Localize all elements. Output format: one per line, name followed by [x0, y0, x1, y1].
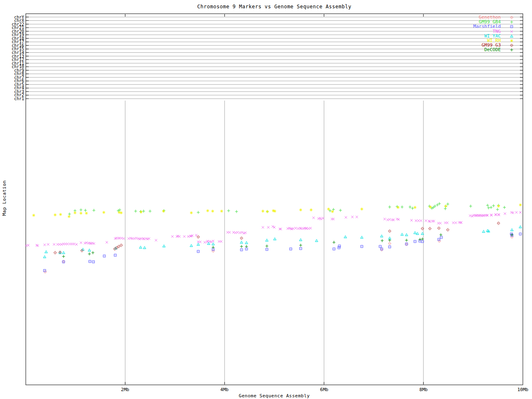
x-tick-label: 6Mb: [315, 387, 333, 392]
legend-item-marshfield: Marshfield: [430, 24, 520, 29]
legend-item-decode: DeCODE: [430, 47, 520, 52]
x-tick-label: 2Mb: [116, 387, 134, 392]
legend-cross-icon: [510, 30, 513, 33]
chart-canvas: Chromosome 9 Markers vs Genome Sequence …: [0, 0, 532, 399]
legend-item-wi-rh: WI RH: [430, 38, 520, 43]
legend-item-genethon: Genethon: [430, 15, 520, 20]
x-tick-label: 10Mb: [514, 387, 532, 392]
legend-plus-icon: [510, 20, 513, 24]
x-tick-label: 8Mb: [414, 387, 433, 392]
legend-label: DeCODE: [430, 47, 501, 52]
legend-item-tng: TNG: [430, 29, 520, 34]
legend-item-gm99-g3: GM99 G3: [430, 43, 520, 48]
legend-square-icon: [510, 25, 513, 28]
legend-star-icon: [510, 39, 513, 42]
legend-diamond-icon: [510, 44, 513, 47]
legend-item-wi-yac: WI YAC: [430, 34, 520, 39]
legend-diamond-icon: [510, 16, 513, 19]
legend-triangle-icon: [510, 34, 513, 38]
y-tick-label: chr1: [0, 96, 24, 101]
x-tick-label: 4Mb: [215, 387, 234, 392]
plot-area: [0, 0, 532, 399]
legend-plus-icon: [510, 48, 513, 52]
legend-label: Marshfield: [430, 24, 501, 29]
